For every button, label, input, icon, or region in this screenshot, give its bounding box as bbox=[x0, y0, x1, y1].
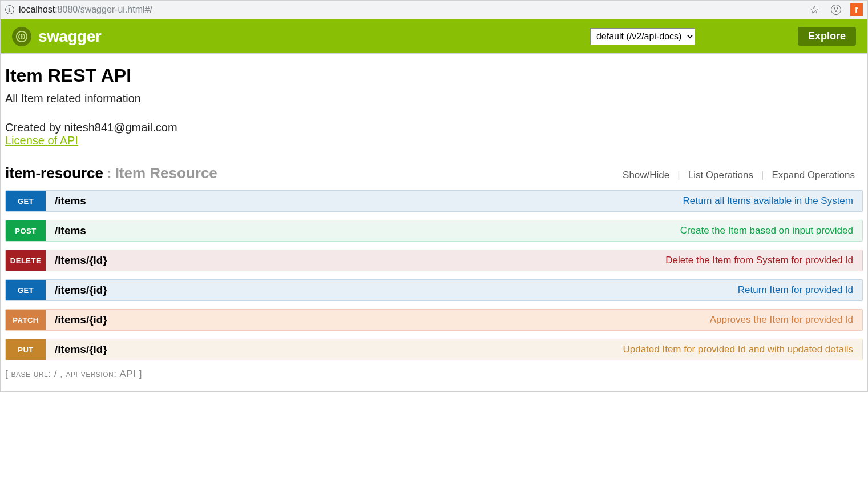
http-method-badge[interactable]: PATCH bbox=[6, 310, 46, 330]
extension-orange-icon[interactable]: r bbox=[850, 3, 863, 16]
operation-summary: Updated Item for provided Id and with up… bbox=[623, 344, 853, 355]
operation-path[interactable]: /items bbox=[55, 195, 86, 207]
operation-path[interactable]: /items/{id} bbox=[55, 254, 107, 267]
swagger-header: swagger default (/v2/api-docs) Explore bbox=[0, 19, 868, 54]
operation-path[interactable]: /items/{id} bbox=[55, 314, 107, 326]
url-input[interactable]: localhost:8080/swagger-ui.html#/ bbox=[19, 5, 800, 15]
resource-name[interactable]: item-resource bbox=[5, 164, 103, 182]
operation-body[interactable]: /items/{id}Updated Item for provided Id … bbox=[46, 339, 862, 360]
expand-operations-link[interactable]: Expand Operations bbox=[764, 170, 863, 181]
http-method-badge[interactable]: GET bbox=[6, 191, 46, 211]
http-method-badge[interactable]: POST bbox=[6, 220, 46, 241]
operation-summary: Delete the Item from System for provided… bbox=[665, 255, 853, 266]
list-operations-link[interactable]: List Operations bbox=[680, 170, 761, 181]
operation-row[interactable]: GET/itemsReturn all Items available in t… bbox=[5, 190, 863, 212]
operations-list: GET/itemsReturn all Items available in t… bbox=[5, 190, 863, 360]
info-icon[interactable]: i bbox=[5, 5, 14, 14]
api-title: Item REST API bbox=[5, 65, 863, 86]
operation-body[interactable]: /itemsReturn all Items available in the … bbox=[46, 191, 862, 211]
api-spec-select[interactable]: default (/v2/api-docs) bbox=[590, 28, 695, 45]
svg-point-1 bbox=[21, 34, 22, 35]
operation-row[interactable]: PUT/items/{id}Updated Item for provided … bbox=[5, 339, 863, 360]
operation-summary: Create the Item based on input provided bbox=[680, 225, 853, 236]
api-created-by: Created by nitesh841@gmail.com bbox=[5, 121, 863, 134]
operation-path[interactable]: /items bbox=[55, 224, 86, 237]
resource-actions: Show/Hide | List Operations | Expand Ope… bbox=[615, 170, 863, 181]
operation-row[interactable]: PATCH/items/{id}Approves the Item for pr… bbox=[5, 309, 863, 331]
operation-body[interactable]: /items/{id}Return Item for provided Id bbox=[46, 280, 862, 300]
operation-row[interactable]: GET/items/{id}Return Item for provided I… bbox=[5, 279, 863, 301]
operation-summary: Approves the Item for provided Id bbox=[710, 314, 853, 326]
operation-row[interactable]: DELETE/items/{id}Delete the Item from Sy… bbox=[5, 250, 863, 271]
operation-summary: Return Item for provided Id bbox=[738, 284, 853, 296]
operation-path[interactable]: /items/{id} bbox=[55, 343, 107, 356]
url-host: localhost bbox=[19, 5, 55, 15]
operation-body[interactable]: /items/{id}Approves the Item for provide… bbox=[46, 310, 862, 330]
http-method-badge[interactable]: GET bbox=[6, 280, 46, 300]
api-license-link[interactable]: License of API bbox=[5, 134, 78, 147]
resource-separator: : bbox=[107, 164, 112, 182]
extension-v-icon[interactable]: V bbox=[831, 5, 841, 15]
swagger-body: Item REST API All Item related informati… bbox=[0, 54, 868, 392]
operation-path[interactable]: /items/{id} bbox=[55, 284, 107, 296]
api-footer-meta: [ base url: / , api version: API ] bbox=[5, 368, 863, 380]
operation-row[interactable]: POST/itemsCreate the Item based on input… bbox=[5, 220, 863, 242]
explore-button[interactable]: Explore bbox=[798, 27, 856, 46]
operation-body[interactable]: /itemsCreate the Item based on input pro… bbox=[46, 220, 862, 241]
operation-summary: Return all Items available in the System bbox=[683, 195, 853, 207]
browser-address-bar: i localhost:8080/swagger-ui.html#/ ☆ V r bbox=[0, 0, 868, 19]
http-method-badge[interactable]: PUT bbox=[6, 339, 46, 360]
resource-label: Item Resource bbox=[115, 164, 217, 182]
swagger-logo-icon bbox=[12, 27, 31, 46]
operation-body[interactable]: /items/{id}Delete the Item from System f… bbox=[46, 250, 862, 271]
swagger-brand: swagger bbox=[38, 27, 101, 46]
show-hide-link[interactable]: Show/Hide bbox=[615, 170, 677, 181]
svg-point-2 bbox=[21, 36, 22, 37]
url-path: :8080/swagger-ui.html#/ bbox=[55, 5, 152, 15]
svg-point-3 bbox=[21, 38, 22, 38]
bookmark-star-icon[interactable]: ☆ bbox=[809, 3, 819, 17]
resource-header: item-resource : Item Resource Show/Hide … bbox=[5, 164, 863, 182]
api-description: All Item related information bbox=[5, 92, 863, 105]
http-method-badge[interactable]: DELETE bbox=[6, 250, 46, 271]
